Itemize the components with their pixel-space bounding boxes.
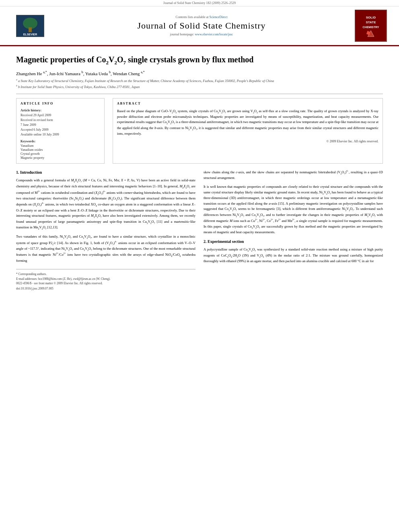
article-content: Magnetic properties of Co2V2O7 single cr… [0, 46, 399, 299]
svg-rect-2 [29, 27, 32, 32]
homepage-line: journal homepage: www.elsevier.com/locat… [48, 33, 355, 36]
abstract-heading: ABSTRACT [117, 102, 378, 105]
body-left-column: 1. Introduction Compounds with a general… [16, 169, 195, 291]
section-1-number: 1. [16, 170, 19, 175]
article-authors: Zhangzhen He a,*, Jun-Ichi Yamaura b, Yu… [16, 70, 383, 76]
svg-text:ELSEVIER: ELSEVIER [23, 33, 37, 36]
keywords-label: Keywords: [21, 140, 100, 143]
affiliation-b: b b Institute for Solid State Physics, U… [16, 84, 383, 90]
journal-logo-right: SOLID STATE CHEMISTRY [355, 10, 387, 42]
section-2-text: A polycrystalline sample of Co2V2O7 was … [204, 247, 383, 264]
right-col-intro-text: skew chains along the c-axis, and the sk… [204, 169, 383, 181]
homepage-label: journal homepage: [170, 33, 194, 36]
homepage-link[interactable]: www.elsevier.com/locate/jssc [195, 33, 233, 36]
footnote-issn: 0022-4596/$ - see front matter © 2009 El… [16, 281, 195, 286]
page-wrapper: Journal of Solid State Chemistry 182 (20… [0, 0, 399, 299]
sciencedirect-label: Contents lists available at [176, 15, 209, 19]
separator-1 [16, 94, 383, 94]
copyright-notice: © 2009 Elsevier Inc. All rights reserved… [117, 140, 378, 143]
sciencedirect-line: Contents lists available at ScienceDirec… [48, 15, 355, 19]
intro-para-2: Two vanadates of this family, Ni2V2O7 an… [16, 234, 195, 263]
history-label: Article history: [21, 109, 100, 112]
abstract-text: Based on the phase diagram of CoO–V2O5 s… [117, 109, 378, 136]
info-abstract-section: ARTICLE INFO Article history: Received 2… [16, 98, 383, 164]
journal-title-section: Contents lists available at ScienceDirec… [48, 15, 355, 36]
homepage-link-text: www.elsevier.com/locate/jssc [195, 33, 233, 36]
journal-header: ELSEVIER Contents lists available at Sci… [0, 6, 399, 46]
revised-date: 7 June 2009 [21, 123, 100, 127]
article-title: Magnetic properties of Co2V2O7 single cr… [16, 54, 383, 66]
footnote-section: * Corresponding authors. E-mail addresse… [16, 269, 195, 291]
article-info-heading: ARTICLE INFO [21, 102, 100, 105]
received-date: Received 29 April 2009 [21, 113, 100, 118]
journal-citation-bar: Journal of Solid State Chemistry 182 (20… [0, 0, 399, 6]
svg-point-1 [23, 18, 37, 29]
available-date: Available online 10 July 2009 [21, 132, 100, 137]
elsevier-logo-container: ELSEVIER [12, 15, 48, 37]
body-columns: 1. Introduction Compounds with a general… [16, 169, 383, 291]
section-1-heading: 1. Introduction [16, 169, 195, 176]
keyword-3: Crystal growth [21, 152, 100, 156]
elsevier-logo: ELSEVIER [16, 15, 44, 37]
body-right-column: skew chains along the c-axis, and the sk… [204, 169, 383, 291]
sciencedirect-link-text: ScienceDirect [210, 15, 228, 19]
abstract-box: ABSTRACT Based on the phase diagram of C… [113, 98, 383, 164]
svg-text:CHEMISTRY: CHEMISTRY [363, 26, 379, 29]
affiliation-b-text: b Institute for Solid State Physics, Uni… [18, 85, 140, 89]
footnote-corresponding: * Corresponding authors. [16, 272, 195, 276]
section-2-heading: 2. Experimental section [204, 238, 383, 245]
accepted-date: Accepted 6 July 2009 [21, 127, 100, 132]
keyword-1: Vanadium [21, 144, 100, 148]
affiliation-a-text: a State Key Laboratory of Structural Che… [18, 78, 274, 82]
section-2-title: Experimental section [208, 239, 244, 244]
section-2-number: 2. [204, 239, 207, 244]
footnote-emails: E-mail addresses: hcz1988@him.com (Z. He… [16, 277, 195, 281]
affiliation-a: a a State Key Laboratory of Structural C… [16, 78, 383, 84]
svg-text:STATE: STATE [366, 21, 376, 24]
keyword-4: Magnetic property [21, 156, 100, 160]
sciencedirect-link[interactable]: ScienceDirect [210, 15, 228, 19]
journal-citation: Journal of Solid State Chemistry 182 (20… [163, 1, 236, 5]
intro-para-1: Compounds with a general formula of M2X2… [16, 178, 195, 231]
svg-text:SOLID: SOLID [366, 16, 376, 19]
right-col-para-2: It is well known that magnetic propertie… [204, 184, 383, 235]
keyword-2: Vanadium oxides [21, 148, 100, 152]
footnote-doi: doi:10.1016/j.jssc.2009.07.005 [16, 286, 195, 291]
section-1-title: Introduction [20, 170, 42, 175]
journal-title: Journal of Solid State Chemistry [48, 21, 355, 31]
article-info-box: ARTICLE INFO Article history: Received 2… [16, 98, 105, 164]
revised-label: Received in revised form [21, 118, 100, 123]
